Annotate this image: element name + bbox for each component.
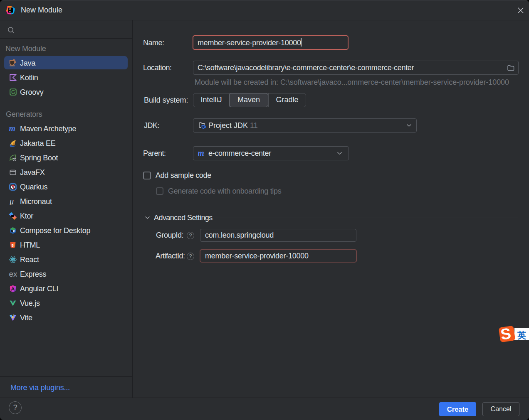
svg-text:m: m	[9, 125, 15, 133]
svg-text:5: 5	[12, 243, 14, 248]
svg-text:IJ: IJ	[9, 8, 11, 10]
svg-text:G: G	[11, 89, 15, 95]
svg-text:ex: ex	[9, 270, 17, 278]
svg-text:μ: μ	[9, 198, 14, 205]
svg-text:m: m	[198, 150, 204, 157]
